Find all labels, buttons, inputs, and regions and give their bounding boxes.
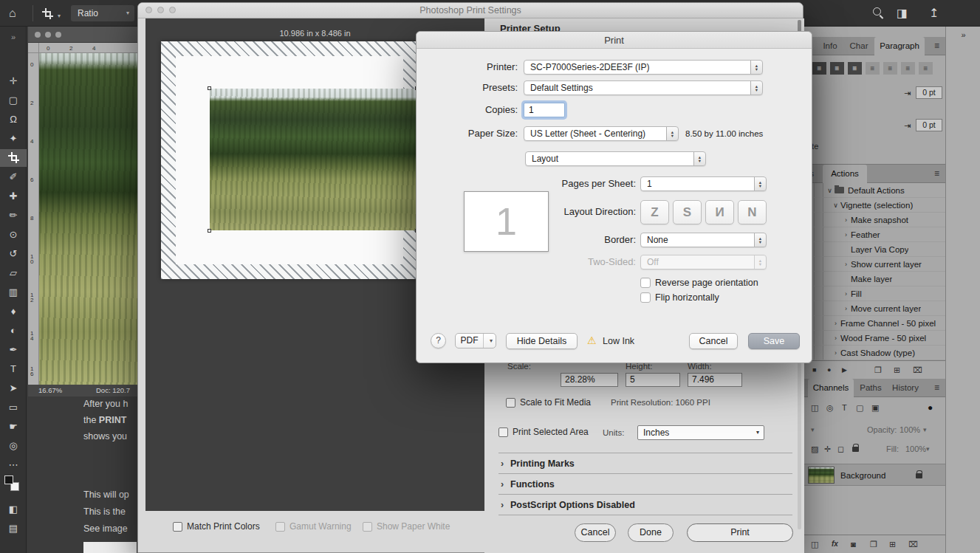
scale-to-fit-checkbox[interactable]: [506, 398, 515, 408]
close-button[interactable]: [35, 32, 41, 38]
paragraph-align-button[interactable]: ≡: [866, 62, 880, 75]
lasso-tool[interactable]: Ω: [0, 111, 27, 128]
new-group-icon[interactable]: ❐: [870, 535, 877, 553]
filter-adjustment-icon[interactable]: ◎: [826, 399, 834, 416]
paragraph-align-button[interactable]: ≡: [848, 62, 862, 75]
paper-size-select[interactable]: US Letter (Sheet - Centering) ▴▾: [524, 126, 679, 141]
space-before-field[interactable]: 0 pt: [916, 86, 942, 99]
chevron-icon[interactable]: ›: [841, 231, 851, 238]
healing-brush-tool[interactable]: ✚: [0, 188, 27, 205]
action-row[interactable]: ✓ › Cast Shadow (type): [803, 346, 945, 360]
cancel-button[interactable]: Cancel: [575, 523, 616, 542]
action-row[interactable]: ✓ ∨ Vignette (selection): [803, 198, 945, 213]
action-dialog-toggle[interactable]: [815, 301, 823, 315]
action-row[interactable]: ✓ › Fill: [803, 286, 945, 301]
print-image[interactable]: [210, 89, 417, 230]
tab-history[interactable]: History: [888, 379, 923, 397]
action-dialog-toggle[interactable]: [815, 331, 823, 345]
layer-thumbnail[interactable]: [808, 467, 835, 484]
blur-tool[interactable]: ♦: [0, 303, 27, 320]
search-icon[interactable]: [873, 7, 884, 22]
chevron-icon[interactable]: ›: [831, 334, 840, 342]
action-dialog-toggle[interactable]: [815, 316, 823, 330]
reverse-orientation-checkbox[interactable]: [640, 278, 651, 288]
tab-paragraph[interactable]: Paragraph: [874, 37, 925, 55]
border-select[interactable]: None ▴▾: [640, 233, 767, 247]
chevron-icon[interactable]: ›: [841, 216, 851, 224]
paragraph-align-button[interactable]: ≡: [901, 62, 915, 75]
quick-selection-tool[interactable]: ✦: [0, 130, 27, 148]
lock-position-icon[interactable]: ✛: [824, 440, 831, 458]
cancel-button[interactable]: Cancel: [689, 333, 738, 349]
help-button[interactable]: ?: [431, 333, 446, 348]
action-row[interactable]: ✓ › Move current layer: [803, 301, 945, 316]
presets-select[interactable]: Default Settings ▴▾: [524, 80, 763, 95]
save-button[interactable]: Save: [748, 333, 800, 349]
resize-handle[interactable]: [208, 229, 211, 233]
new-set-icon[interactable]: ❐: [874, 361, 882, 379]
action-dialog-toggle[interactable]: [815, 183, 823, 197]
section-printing-marks[interactable]: ›Printing Marks: [498, 453, 792, 473]
action-row[interactable]: ✓ › Show current layer: [803, 257, 945, 272]
clone-stamp-tool[interactable]: ⊙: [0, 226, 27, 244]
done-button[interactable]: Done: [628, 523, 674, 542]
panel-menu-icon[interactable]: ≡: [934, 379, 939, 397]
space-after-field[interactable]: 0 pt: [916, 119, 942, 131]
ratio-dropdown[interactable]: Ratio ▾: [71, 5, 134, 21]
lock-all-icon[interactable]: [852, 447, 859, 452]
edit-toolbar-ellipsis[interactable]: ⋯: [0, 456, 27, 474]
action-row[interactable]: ✓ › Make snapshot: [803, 213, 945, 227]
action-dialog-toggle[interactable]: [815, 272, 823, 286]
action-row[interactable]: ✓ Make layer: [803, 272, 945, 286]
color-swatches[interactable]: [0, 473, 27, 495]
window-titlebar[interactable]: Photoshop Print Settings: [138, 3, 803, 18]
layout-direction-button-3[interactable]: И: [705, 200, 734, 224]
layer-row-background[interactable]: Background: [803, 464, 945, 486]
collapse-icon[interactable]: »: [0, 28, 27, 46]
paragraph-align-button[interactable]: ≡: [919, 62, 933, 75]
chevron-icon[interactable]: ›: [831, 349, 840, 357]
print-dialog-titlebar[interactable]: Print: [417, 32, 812, 49]
zoom-button[interactable]: [55, 32, 61, 38]
pdf-menu-button[interactable]: PDF ▾: [455, 333, 496, 348]
copies-input[interactable]: 1: [524, 103, 565, 117]
action-row[interactable]: ✓ ∨ Default Actions: [803, 183, 945, 198]
section-postscript-options[interactable]: ›PostScript Options Disabled: [498, 494, 792, 515]
action-dialog-toggle[interactable]: [815, 198, 823, 212]
pages-per-sheet-select[interactable]: 1 ▴▾: [640, 176, 767, 191]
filter-kind-icon[interactable]: ◫: [811, 399, 818, 416]
action-row[interactable]: ✓ › Feather: [803, 227, 945, 242]
lock-pixels-icon[interactable]: ▨: [811, 440, 818, 458]
brush-tool[interactable]: ✏: [0, 207, 27, 224]
share-icon[interactable]: ↥: [929, 6, 939, 21]
layout-direction-button-2[interactable]: S: [673, 200, 702, 224]
blend-mode-dropdown[interactable]: ▾: [811, 421, 815, 439]
chevron-icon[interactable]: ∨: [825, 187, 835, 194]
new-layer-icon[interactable]: ⊞: [889, 535, 896, 553]
tab-channels[interactable]: Channels: [808, 379, 854, 397]
filter-type-icon[interactable]: T: [842, 399, 847, 416]
record-icon[interactable]: ●: [827, 361, 831, 379]
rectangle-tool[interactable]: ▭: [0, 399, 27, 416]
paragraph-align-button[interactable]: ≡: [830, 62, 844, 75]
delete-layer-icon[interactable]: ⌧: [908, 535, 918, 553]
chevron-icon[interactable]: ›: [841, 305, 851, 312]
print-button[interactable]: Print: [687, 523, 793, 542]
move-tool[interactable]: ✛: [0, 72, 27, 90]
section-functions[interactable]: ›Functions: [498, 473, 792, 494]
resize-handle[interactable]: [208, 86, 211, 90]
artboard-icon[interactable]: ◨: [897, 6, 908, 21]
action-dialog-toggle[interactable]: [815, 242, 823, 256]
chevron-down-icon[interactable]: ▾: [926, 440, 930, 458]
height-field[interactable]: 5: [626, 373, 680, 387]
tab-actions[interactable]: Actions: [823, 165, 867, 183]
foreground-color-swatch[interactable]: [4, 475, 13, 484]
stop-icon[interactable]: ■: [812, 361, 816, 379]
delete-icon[interactable]: ⌧: [913, 361, 922, 379]
hide-details-button[interactable]: Hide Details: [506, 333, 578, 349]
pane-selector[interactable]: Layout ▴▾: [525, 151, 706, 166]
action-dialog-toggle[interactable]: [815, 257, 823, 271]
home-icon[interactable]: ⌂: [9, 6, 16, 21]
layer-mask-icon[interactable]: ◙: [851, 535, 856, 553]
layout-direction-button-4[interactable]: N: [738, 200, 767, 224]
